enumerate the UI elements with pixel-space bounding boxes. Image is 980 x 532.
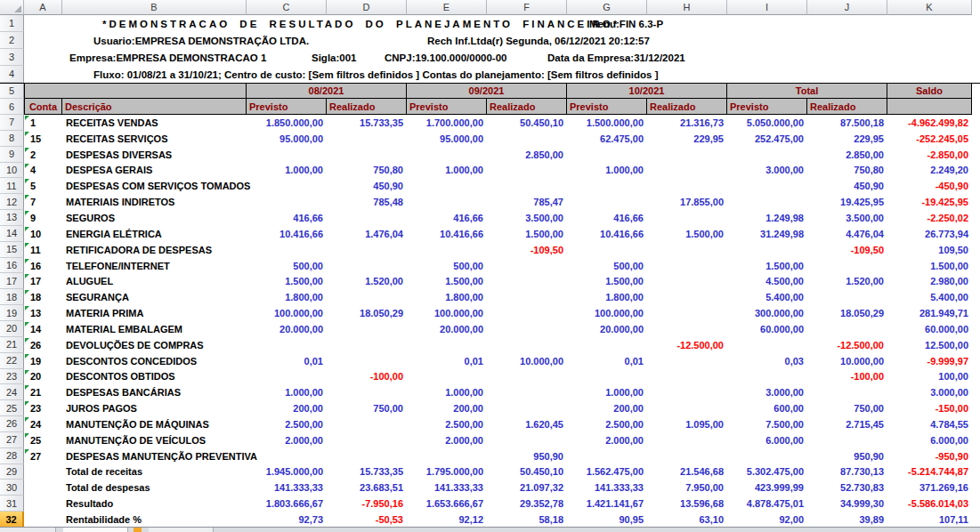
value-cell[interactable]: -19.425,95	[887, 194, 972, 210]
row-gutter[interactable]: 7	[0, 115, 24, 131]
conta-cell[interactable]: 4	[24, 163, 62, 179]
row-gutter[interactable]: 15	[0, 242, 24, 258]
column-header-b[interactable]: B	[62, 0, 247, 15]
conta-cell[interactable]: 27	[24, 448, 62, 464]
value-cell[interactable]	[647, 289, 727, 305]
value-cell[interactable]: 2.000,00	[567, 432, 647, 448]
value-cell[interactable]: 31.249,98	[727, 226, 807, 242]
descricao-cell[interactable]: DESPESAS COM SERVIÇOS TOMADOS	[62, 178, 247, 194]
value-cell[interactable]	[567, 242, 647, 258]
value-cell[interactable]: 5.302.475,00	[727, 464, 807, 480]
value-cell[interactable]: -2.250,02	[887, 210, 972, 226]
descricao-cell[interactable]: JUROS PAGOS	[62, 400, 247, 416]
value-cell[interactable]: 200,00	[407, 400, 487, 416]
value-cell[interactable]: 21.316,73	[647, 115, 727, 131]
conta-cell[interactable]: 25	[24, 432, 62, 448]
value-cell[interactable]: 0,03	[727, 353, 807, 369]
value-cell[interactable]	[727, 242, 807, 258]
value-cell[interactable]: 5.400,00	[887, 289, 972, 305]
value-cell[interactable]: 750,00	[807, 400, 887, 416]
value-cell[interactable]	[727, 194, 807, 210]
previsto-header-sep[interactable]: Previsto	[407, 99, 487, 115]
value-cell[interactable]	[487, 432, 567, 448]
period-header-oct[interactable]: 10/2021	[567, 84, 727, 99]
descricao-cell[interactable]: ALUGUEL	[62, 273, 247, 289]
value-cell[interactable]: 1.500,00	[887, 258, 972, 274]
value-cell[interactable]	[407, 448, 487, 464]
descricao-cell[interactable]: DESPESAS DIVERSAS	[62, 147, 247, 163]
conta-cell[interactable]	[24, 496, 62, 512]
value-cell[interactable]: 1.562.475,00	[567, 464, 647, 480]
descricao-cell[interactable]: RECEITAS VENDAS	[62, 115, 247, 131]
value-cell[interactable]	[247, 337, 327, 353]
value-cell[interactable]	[327, 448, 407, 464]
conta-cell[interactable]: 11	[24, 242, 62, 258]
descricao-cell[interactable]: RETIFICADORA DE DESPESAS	[62, 242, 247, 258]
conta-cell[interactable]: 24	[24, 416, 62, 432]
row-gutter[interactable]: 10	[0, 163, 24, 179]
value-cell[interactable]: 92,12	[407, 512, 487, 528]
value-cell[interactable]: 785,48	[327, 194, 407, 210]
value-cell[interactable]: 58,18	[487, 512, 567, 528]
row-gutter[interactable]: 1	[0, 15, 24, 32]
realizado-header-aug[interactable]: Realizado	[327, 99, 407, 115]
value-cell[interactable]	[807, 289, 887, 305]
value-cell[interactable]: 1.520,00	[327, 273, 407, 289]
value-cell[interactable]: 5.050.000,00	[727, 115, 807, 131]
row-gutter[interactable]: 9	[0, 147, 24, 163]
row-gutter[interactable]: 21	[0, 337, 24, 353]
value-cell[interactable]: 10.000,00	[487, 353, 567, 369]
value-cell[interactable]	[327, 384, 407, 400]
conta-cell[interactable]: 26	[24, 337, 62, 353]
value-cell[interactable]: 371.269,16	[887, 480, 972, 496]
value-cell[interactable]: 0,01	[407, 353, 487, 369]
value-cell[interactable]: 141.333,33	[407, 480, 487, 496]
value-cell[interactable]: 252.475,00	[727, 131, 807, 147]
descricao-cell[interactable]: SEGURANÇA	[62, 289, 247, 305]
value-cell[interactable]: -150,00	[887, 400, 972, 416]
value-cell[interactable]: 1.095,00	[647, 416, 727, 432]
row-gutter[interactable]: 18	[0, 289, 24, 305]
value-cell[interactable]	[727, 178, 807, 194]
value-cell[interactable]: 10.416,66	[407, 226, 487, 242]
value-cell[interactable]: 229,95	[807, 131, 887, 147]
value-cell[interactable]: 1.700.000,00	[407, 115, 487, 131]
value-cell[interactable]: 4.878.475,01	[727, 496, 807, 512]
value-cell[interactable]: 416,66	[247, 210, 327, 226]
value-cell[interactable]	[247, 147, 327, 163]
value-cell[interactable]: 0,01	[567, 353, 647, 369]
value-cell[interactable]: 141.333,33	[567, 480, 647, 496]
row-gutter[interactable]: 30	[0, 480, 24, 496]
value-cell[interactable]: 50.450,10	[487, 464, 567, 480]
value-cell[interactable]: 3.500,00	[487, 210, 567, 226]
column-header-i[interactable]: I	[727, 0, 807, 15]
value-cell[interactable]: 109,50	[887, 242, 972, 258]
row-gutter[interactable]: 16	[0, 258, 24, 274]
sheet-tab[interactable]	[63, 528, 128, 532]
value-cell[interactable]	[487, 273, 567, 289]
value-cell[interactable]: 92,73	[247, 512, 327, 528]
value-cell[interactable]: 1.500,00	[647, 226, 727, 242]
value-cell[interactable]: 92,00	[727, 512, 807, 528]
value-cell[interactable]: 1.653.666,67	[407, 496, 487, 512]
value-cell[interactable]	[247, 178, 327, 194]
value-cell[interactable]: 1.000,00	[567, 384, 647, 400]
conta-cell[interactable]	[24, 464, 62, 480]
value-cell[interactable]	[807, 258, 887, 274]
value-cell[interactable]: 3.500,00	[807, 210, 887, 226]
value-cell[interactable]: 18.050,29	[327, 305, 407, 321]
column-header-h[interactable]: H	[647, 0, 727, 15]
saldo-blank-header[interactable]	[887, 99, 972, 115]
value-cell[interactable]: 13.596,68	[647, 496, 727, 512]
descricao-cell[interactable]: ENERGIA ELÉTRICA	[62, 226, 247, 242]
value-cell[interactable]: 750,00	[327, 400, 407, 416]
value-cell[interactable]: 50.450,10	[487, 115, 567, 131]
value-cell[interactable]: 1.476,04	[327, 226, 407, 242]
value-cell[interactable]: 1.500,00	[567, 273, 647, 289]
value-cell[interactable]	[327, 242, 407, 258]
value-cell[interactable]	[727, 369, 807, 385]
value-cell[interactable]: 1.421.141,67	[567, 496, 647, 512]
realizado-header-oct[interactable]: Realizado	[647, 99, 727, 115]
value-cell[interactable]: 300.000,00	[727, 305, 807, 321]
value-cell[interactable]: 2.715,45	[807, 416, 887, 432]
